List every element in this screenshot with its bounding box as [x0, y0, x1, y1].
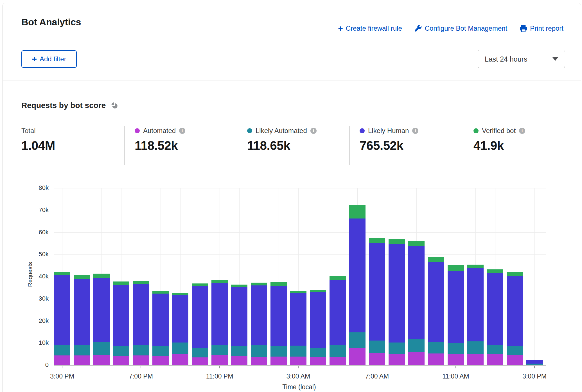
bar-segment-verified-bot[interactable]	[290, 291, 306, 293]
bar-segment-likely-human[interactable]	[290, 293, 306, 346]
bar-segment-verified-bot[interactable]	[251, 283, 267, 285]
bar-segment-verified-bot[interactable]	[270, 282, 287, 286]
bar-segment-automated[interactable]	[93, 355, 110, 365]
bar-segment-likely-human[interactable]	[211, 283, 228, 345]
bar-segment-likely-automated[interactable]	[526, 364, 543, 364]
bar-segment-automated[interactable]	[74, 355, 90, 365]
bar-segment-automated[interactable]	[113, 356, 129, 365]
info-icon[interactable]: i	[412, 128, 418, 134]
bar-segment-verified-bot[interactable]	[507, 272, 523, 276]
bar-segment-likely-human[interactable]	[310, 292, 326, 348]
bar-segment-likely-human[interactable]	[349, 218, 366, 332]
bar-segment-automated[interactable]	[467, 354, 484, 365]
create-firewall-rule-link[interactable]: + Create firewall rule	[338, 24, 402, 32]
bar-segment-automated[interactable]	[448, 354, 464, 365]
bar-segment-verified-bot[interactable]	[93, 274, 110, 278]
bar-segment-automated[interactable]	[290, 357, 306, 365]
bar-segment-likely-automated[interactable]	[389, 343, 405, 354]
bar-segment-likely-automated[interactable]	[133, 345, 149, 356]
bar-segment-automated[interactable]	[152, 356, 169, 365]
bar-segment-automated[interactable]	[172, 354, 188, 365]
bar-segment-verified-bot[interactable]	[369, 238, 385, 243]
bar-segment-verified-bot[interactable]	[152, 291, 169, 294]
bar-segment-verified-bot[interactable]	[349, 205, 366, 218]
bar-segment-automated[interactable]	[133, 355, 149, 365]
bar-segment-likely-automated[interactable]	[211, 345, 228, 355]
bar-segment-likely-human[interactable]	[526, 360, 543, 364]
bar-segment-verified-bot[interactable]	[54, 272, 70, 275]
bar-segment-verified-bot[interactable]	[133, 281, 149, 284]
bar-segment-likely-automated[interactable]	[231, 346, 247, 356]
bar-segment-likely-automated[interactable]	[507, 346, 523, 355]
bar-segment-verified-bot[interactable]	[487, 269, 503, 273]
bar-segment-likely-automated[interactable]	[310, 348, 326, 357]
bar-segment-automated[interactable]	[408, 352, 425, 365]
bar-segment-likely-automated[interactable]	[428, 342, 444, 353]
bar-segment-likely-human[interactable]	[93, 278, 110, 342]
bar-segment-likely-human[interactable]	[467, 268, 484, 341]
bar-segment-likely-automated[interactable]	[448, 343, 464, 354]
bar-segment-likely-human[interactable]	[270, 286, 287, 346]
bar-segment-automated[interactable]	[428, 353, 444, 365]
bar-segment-automated[interactable]	[54, 355, 70, 365]
print-report-link[interactable]: Print report	[520, 24, 563, 32]
bar-segment-automated[interactable]	[369, 353, 385, 365]
info-icon[interactable]: i	[519, 128, 525, 134]
bar-segment-verified-bot[interactable]	[172, 293, 188, 295]
bar-segment-likely-automated[interactable]	[74, 345, 90, 355]
bar-segment-likely-human[interactable]	[330, 280, 346, 345]
bar-segment-verified-bot[interactable]	[448, 265, 464, 271]
bar-segment-likely-human[interactable]	[487, 273, 503, 345]
bar-segment-likely-human[interactable]	[113, 285, 129, 346]
bar-segment-likely-automated[interactable]	[192, 348, 208, 357]
bar-segment-likely-human[interactable]	[251, 285, 267, 345]
bar-segment-automated[interactable]	[487, 354, 503, 365]
info-icon[interactable]: i	[310, 128, 317, 134]
bar-segment-automated[interactable]	[310, 357, 326, 365]
bar-segment-likely-human[interactable]	[231, 287, 247, 346]
bar-segment-likely-human[interactable]	[152, 294, 169, 346]
bar-segment-automated[interactable]	[270, 357, 287, 365]
bar-segment-automated[interactable]	[389, 354, 405, 365]
bar-segment-likely-automated[interactable]	[467, 341, 484, 354]
time-range-dropdown[interactable]: Last 24 hours	[478, 50, 565, 68]
bar-segment-likely-automated[interactable]	[54, 345, 70, 355]
bar-segment-likely-automated[interactable]	[270, 346, 287, 357]
bar-segment-automated[interactable]	[251, 357, 267, 365]
bar-segment-likely-human[interactable]	[448, 271, 464, 343]
bar-segment-verified-bot[interactable]	[389, 239, 405, 244]
bar-segment-verified-bot[interactable]	[467, 265, 484, 268]
bar-segment-likely-automated[interactable]	[290, 346, 306, 357]
bar-segment-verified-bot[interactable]	[74, 275, 90, 279]
bar-segment-likely-automated[interactable]	[172, 343, 188, 354]
bar-segment-verified-bot[interactable]	[113, 281, 129, 285]
bar-segment-likely-human[interactable]	[408, 246, 425, 339]
bar-segment-automated[interactable]	[211, 355, 228, 365]
bar-segment-verified-bot[interactable]	[310, 290, 326, 292]
bar-segment-verified-bot[interactable]	[211, 280, 228, 283]
bar-segment-verified-bot[interactable]	[330, 276, 346, 280]
bar-segment-likely-automated[interactable]	[113, 346, 129, 356]
info-icon[interactable]: i	[179, 128, 185, 134]
bar-segment-likely-automated[interactable]	[408, 339, 425, 352]
bar-segment-likely-automated[interactable]	[349, 332, 366, 348]
add-filter-button[interactable]: + Add filter	[21, 50, 77, 68]
bar-segment-likely-human[interactable]	[172, 295, 188, 343]
bar-segment-likely-human[interactable]	[428, 262, 444, 342]
bar-segment-likely-automated[interactable]	[152, 346, 169, 356]
bar-segment-automated[interactable]	[192, 357, 208, 365]
bar-segment-verified-bot[interactable]	[231, 285, 247, 287]
bar-segment-likely-human[interactable]	[507, 276, 523, 346]
bar-segment-likely-automated[interactable]	[251, 345, 267, 357]
bar-segment-likely-human[interactable]	[54, 275, 70, 345]
bar-segment-verified-bot[interactable]	[408, 241, 425, 246]
bar-segment-automated[interactable]	[330, 357, 346, 365]
bar-segment-verified-bot[interactable]	[526, 360, 543, 360]
bar-segment-likely-human[interactable]	[74, 279, 90, 345]
bar-segment-automated[interactable]	[507, 355, 523, 365]
bar-segment-likely-human[interactable]	[369, 243, 385, 341]
bar-segment-automated[interactable]	[231, 356, 247, 365]
bar-segment-likely-human[interactable]	[133, 284, 149, 345]
bar-segment-likely-human[interactable]	[192, 286, 208, 348]
bar-segment-likely-automated[interactable]	[369, 341, 385, 353]
